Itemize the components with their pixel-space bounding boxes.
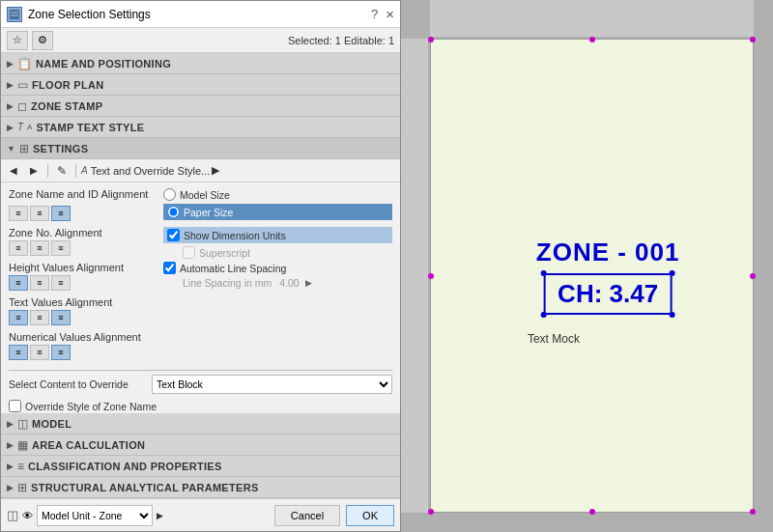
show-dim-checkbox[interactable]	[167, 229, 180, 241]
footer-select-wrap: Model Unit - Zone ▶	[37, 505, 163, 526]
superscript-label: Superscript	[199, 247, 250, 259]
settings-button[interactable]: ⚙	[32, 31, 53, 50]
numerical-align-btns: ≡ ≡ ≡	[9, 345, 154, 360]
align-center-btn-2[interactable]: ≡	[30, 240, 49, 256]
superscript-checkbox[interactable]	[183, 246, 195, 259]
footer-buttons: Cancel OK	[274, 505, 394, 526]
align-left-btn-3[interactable]: ≡	[9, 275, 28, 291]
align-right-btn-3[interactable]: ≡	[51, 275, 71, 291]
line-spacing-row: Line Spacing in mm 4.00 ▶	[183, 277, 392, 289]
corner-dot-bl	[428, 509, 434, 515]
select-content-dropdown[interactable]: Text Block Zone Name Zone Number Height …	[152, 375, 392, 394]
align-right-btn-4[interactable]: ≡	[51, 310, 71, 325]
zone-name-align-label: Zone Name and ID Alignment	[9, 188, 148, 200]
line-spacing-increase[interactable]: ▶	[305, 278, 312, 288]
align-left-btn-2[interactable]: ≡	[9, 240, 28, 256]
footer-eye-icon: 👁	[22, 510, 33, 521]
settings-toolbar: ◀ ▶ ✎ A Text and Override Style... ▶	[1, 159, 400, 182]
override-style-checkbox[interactable]	[9, 400, 21, 412]
section-model[interactable]: ▶ ◫ MODEL	[1, 413, 400, 434]
dropdown-arrow: ▶	[212, 164, 219, 177]
expand-icon-zone: ▶	[7, 101, 14, 111]
align-right-btn-5[interactable]: ≡	[51, 345, 71, 360]
expand-icon-stamp: ▶	[7, 123, 14, 132]
section-label-name: NAME AND POSITIONING	[36, 58, 171, 70]
override-row: Override Style of Zone Name	[9, 400, 392, 412]
align-left-btn-5[interactable]: ≡	[9, 345, 28, 360]
content-area: Zone Name and ID Alignment ≡ ≡ ≡ Zone No…	[1, 182, 400, 413]
section-label-zone: ZONE STAMP	[31, 100, 102, 112]
cancel-button[interactable]: Cancel	[274, 505, 340, 526]
toolbar-sep2	[75, 164, 76, 178]
help-button[interactable]: ?	[371, 8, 378, 20]
zone-name-align-row: Zone Name and ID Alignment	[9, 188, 154, 202]
expand-icon-model: ▶	[7, 419, 14, 429]
section-label-settings: SETTINGS	[33, 143, 88, 154]
text-a-icon: A	[81, 165, 88, 176]
auto-line-checkbox[interactable]	[163, 262, 176, 274]
arrow-left-btn[interactable]: ◀	[5, 162, 22, 180]
corner-dot-tm	[589, 37, 595, 42]
right-column: Model Size Paper Size Show Dimension Uni…	[163, 188, 392, 366]
align-center-btn-3[interactable]: ≡	[30, 275, 49, 291]
expand-icon-settings: ▼	[7, 144, 15, 154]
superscript-row: Superscript	[183, 246, 392, 259]
paper-size-label: Paper Size	[184, 207, 233, 218]
show-dim-label: Show Dimension Units	[184, 230, 286, 241]
model-icon: ◫	[17, 417, 28, 431]
align-right-btn-2[interactable]: ≡	[51, 240, 71, 256]
star-button[interactable]: ☆	[7, 31, 28, 50]
select-content-label: Select Content to Override	[9, 378, 144, 390]
canvas-ruler-left	[401, 39, 428, 513]
title-bar: Zone Selection Settings ? ×	[1, 1, 400, 28]
section-area[interactable]: ▶ ▦ AREA CALCULATION	[1, 434, 400, 456]
zone-no-align-btns: ≡ ≡ ≡	[9, 240, 154, 256]
section-settings[interactable]: ▼ ⊞ SETTINGS	[1, 138, 400, 159]
align-left-btn-1[interactable]: ≡	[9, 206, 28, 221]
star-icon: ☆	[13, 34, 22, 46]
arrow-right-btn[interactable]: ▶	[25, 162, 43, 180]
zone-name-align-btns: ≡ ≡ ≡	[9, 206, 154, 221]
class-icon: ≡	[17, 460, 24, 473]
ok-button[interactable]: OK	[346, 505, 394, 526]
auto-line-label: Automatic Line Spacing	[180, 263, 286, 274]
footer-select-arrow[interactable]: ▶	[157, 511, 163, 520]
align-center-btn-5[interactable]: ≡	[30, 345, 49, 360]
height-align-label: Height Values Alignment	[9, 262, 154, 273]
dialog-icon	[7, 7, 22, 22]
align-center-btn-1[interactable]: ≡	[30, 206, 49, 221]
section-classification[interactable]: ▶ ≡ CLASSIFICATION AND PROPERTIES	[1, 456, 400, 477]
settings-dropdown[interactable]: Text and Override Style... ▶	[91, 164, 220, 177]
corner-dot-bm	[589, 509, 595, 515]
edit-btn[interactable]: ✎	[53, 162, 71, 180]
stamp-sub-icon: A	[27, 123, 32, 131]
model-size-label: Model Size	[180, 189, 230, 201]
model-size-radio[interactable]	[163, 188, 176, 201]
close-button[interactable]: ×	[386, 7, 394, 21]
corner-dot-mr	[750, 273, 756, 279]
zone-no-align-label: Zone No. Alignment	[9, 227, 154, 238]
zone-value-wrap: CH: 3.47	[544, 273, 672, 315]
dialog-title: Zone Selection Settings	[28, 8, 151, 21]
text-mock: Text Mock	[528, 332, 580, 346]
svg-rect-0	[9, 9, 20, 20]
section-label-stamp: STAMP TEXT STYLE	[36, 122, 144, 133]
section-name-positioning[interactable]: ▶ 📋 NAME AND POSITIONING	[1, 53, 400, 74]
paper-size-radio[interactable]	[167, 206, 180, 218]
align-left-btn-4[interactable]: ≡	[9, 310, 28, 325]
section-zone-stamp[interactable]: ▶ ◻ ZONE STAMP	[1, 96, 400, 117]
canvas-ruler-top	[430, 0, 754, 37]
footer-model-select[interactable]: Model Unit - Zone	[37, 505, 153, 526]
toolbar-left: ☆ ⚙	[7, 31, 53, 50]
footer-model-icon: ◫	[7, 508, 18, 522]
name-icon: 📋	[17, 57, 32, 70]
align-right-btn-1[interactable]: ≡	[51, 206, 71, 221]
show-dim-row: Show Dimension Units	[163, 227, 392, 243]
section-stamp-text[interactable]: ▶ T A STAMP TEXT STYLE	[1, 117, 400, 138]
align-center-btn-4[interactable]: ≡	[30, 310, 49, 325]
title-bar-controls: ? ×	[371, 7, 394, 21]
expand-icon-floor: ▶	[7, 80, 14, 90]
section-structural[interactable]: ▶ ⊞ STRUCTURAL ANALYTICAL PARAMETERS	[1, 477, 400, 498]
settings-section-icon: ⊞	[19, 142, 29, 155]
section-floor-plan[interactable]: ▶ ▭ FLOOR PLAN	[1, 74, 400, 96]
